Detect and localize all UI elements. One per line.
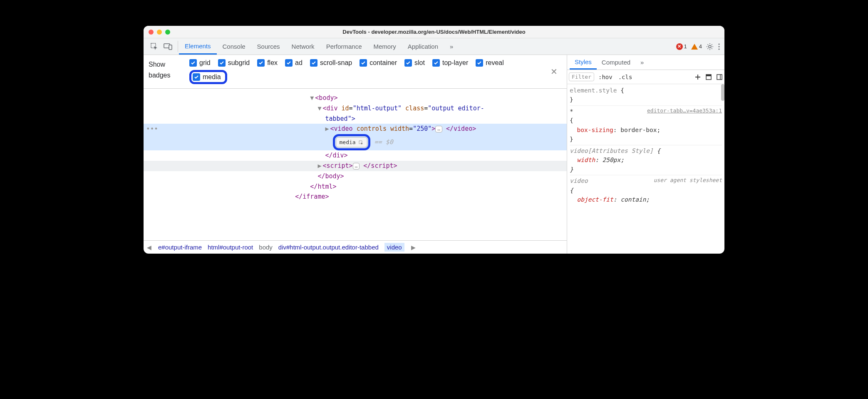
more-tabs[interactable]: » <box>444 38 459 55</box>
badge-media[interactable]: media <box>189 70 227 84</box>
titlebar: DevTools - developer.mozilla.org/en-US/d… <box>144 26 724 38</box>
more-styles-tabs[interactable]: » <box>635 55 649 70</box>
breadcrumb-item[interactable]: body <box>259 244 273 251</box>
badge-container[interactable]: container <box>360 59 397 67</box>
badge-reveal[interactable]: reveal <box>476 59 504 67</box>
badge-top-layer[interactable]: top-layer <box>432 59 468 67</box>
breadcrumb-left[interactable]: ◀ <box>146 244 152 251</box>
inspect-icon[interactable] <box>150 42 159 51</box>
badge-scroll-snap[interactable]: scroll-snap <box>310 59 352 67</box>
error-icon: ✕ <box>676 43 683 50</box>
devtools-window: DevTools - developer.mozilla.org/en-US/d… <box>144 26 724 254</box>
main-toolbar: Elements Console Sources Network Perform… <box>144 38 724 55</box>
breadcrumb: ◀ e#output-iframe html#output-root body … <box>144 240 567 254</box>
badges-bar: Showbadges grid subgrid flex ad scroll-s… <box>144 55 567 89</box>
breadcrumb-item[interactable]: e#output-iframe <box>158 244 202 251</box>
badge-grid[interactable]: grid <box>189 59 211 67</box>
gear-icon[interactable] <box>706 43 714 50</box>
dom-selected-video[interactable]: ••• ▶<video controls width="250">… </vid… <box>144 124 567 134</box>
tab-performance[interactable]: Performance <box>320 38 368 55</box>
styles-body[interactable]: element.style {} *editor-tabb…v=4ae353a:… <box>567 84 724 254</box>
tab-network[interactable]: Network <box>286 38 320 55</box>
tab-computed[interactable]: Computed <box>597 55 635 70</box>
badge-flex[interactable]: flex <box>257 59 278 67</box>
breadcrumb-item[interactable]: div#html-output.output.editor-tabbed <box>278 244 379 251</box>
tab-elements[interactable]: Elements <box>179 38 217 55</box>
styles-toolbar: Filter :hov .cls <box>567 70 724 84</box>
content-area: Showbadges grid subgrid flex ad scroll-s… <box>144 55 724 254</box>
sidebar-toggle-icon[interactable] <box>716 74 723 80</box>
badges-label: Showbadges <box>149 59 182 80</box>
dom-script-line[interactable]: ▶<script>… </script> <box>144 161 567 171</box>
computed-panel-icon[interactable] <box>705 74 712 80</box>
tab-sources[interactable]: Sources <box>251 38 286 55</box>
styles-filter[interactable]: Filter <box>569 72 594 81</box>
svg-point-3 <box>709 45 711 48</box>
svg-point-5 <box>719 46 720 47</box>
device-toggle-icon[interactable] <box>164 43 173 50</box>
svg-point-6 <box>719 48 720 50</box>
tab-application[interactable]: Application <box>402 38 444 55</box>
tab-styles[interactable]: Styles <box>570 55 597 70</box>
svg-rect-2 <box>169 45 172 50</box>
scrollbar-thumb[interactable] <box>721 84 724 101</box>
cls-toggle[interactable]: .cls <box>617 73 634 81</box>
dom-tree[interactable]: ▼<body> ▼<div id="html-output" class="ou… <box>144 89 567 240</box>
error-count[interactable]: ✕ 1 <box>676 43 687 50</box>
badge-slot[interactable]: slot <box>404 59 425 67</box>
more-icon[interactable] <box>718 43 720 50</box>
tab-memory[interactable]: Memory <box>368 38 402 55</box>
new-style-icon[interactable] <box>694 74 701 80</box>
breadcrumb-item[interactable]: html#output-root <box>208 244 253 251</box>
badge-ad[interactable]: ad <box>285 59 303 67</box>
breadcrumb-right[interactable]: ▶ <box>410 244 417 251</box>
svg-point-4 <box>719 43 720 45</box>
styles-tabs: Styles Computed » <box>567 55 724 70</box>
svg-rect-10 <box>717 75 722 80</box>
warning-icon <box>691 44 698 50</box>
styles-pane: Styles Computed » Filter :hov .cls eleme… <box>567 55 724 254</box>
elements-pane: Showbadges grid subgrid flex ad scroll-s… <box>144 55 567 254</box>
svg-rect-9 <box>706 75 711 76</box>
warning-count[interactable]: 4 <box>691 43 702 50</box>
window-title: DevTools - developer.mozilla.org/en-US/d… <box>144 29 724 35</box>
badge-subgrid[interactable]: subgrid <box>218 59 250 67</box>
rule-source-link[interactable]: editor-tabb…v=4ae353a:1 <box>647 107 722 115</box>
close-badges-button[interactable]: ✕ <box>546 65 562 78</box>
tab-console[interactable]: Console <box>217 38 251 55</box>
badges-list: grid subgrid flex ad scroll-snap contain… <box>189 59 536 84</box>
breadcrumb-item-selected[interactable]: video <box>384 243 404 252</box>
media-badge-pill[interactable]: media <box>333 134 371 150</box>
hov-toggle[interactable]: :hov <box>597 73 614 81</box>
